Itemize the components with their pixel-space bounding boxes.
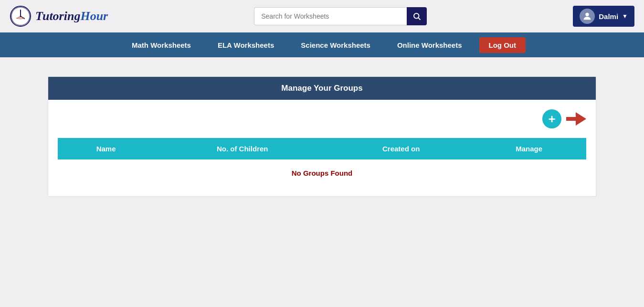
user-menu[interactable]: Dalmi ▼: [573, 6, 634, 27]
logo-clock-icon: [10, 5, 32, 27]
table-row-empty: No Groups Found: [58, 159, 586, 187]
search-area: [254, 7, 427, 25]
logo-tutoring: Tutoring: [35, 9, 80, 23]
no-groups-message: No Groups Found: [58, 159, 586, 187]
table-col-manage: Manage: [472, 138, 586, 159]
manage-groups-header: Manage Your Groups: [48, 77, 596, 100]
nav-item-science-worksheets[interactable]: Science Worksheets: [287, 32, 384, 57]
logout-button[interactable]: Log Out: [479, 37, 526, 53]
nav-item-math-worksheets[interactable]: Math Worksheets: [118, 32, 204, 57]
add-group-btn-area: +: [58, 109, 586, 128]
navbar: Math Worksheets ELA Worksheets Science W…: [0, 32, 644, 57]
table-col-created: Created on: [330, 138, 472, 159]
nav-item-ela-worksheets[interactable]: ELA Worksheets: [204, 32, 287, 57]
svg-line-6: [419, 18, 421, 20]
header: TutoringHour Dalmi ▼: [0, 0, 644, 32]
manage-groups-body: + Name No. of Children Created on Manage: [48, 100, 596, 196]
search-icon: [412, 12, 421, 21]
logo-text: TutoringHour: [35, 9, 108, 23]
arrow-shaft: [566, 117, 576, 121]
logo-hour: Hour: [80, 9, 108, 23]
svg-point-7: [586, 13, 589, 16]
manage-groups-container: Manage Your Groups + Name No. of Childre…: [48, 76, 596, 197]
avatar-icon: [582, 11, 592, 21]
arrow-indicator: [566, 112, 586, 126]
nav-item-online-worksheets[interactable]: Online Worksheets: [384, 32, 475, 57]
user-name-label: Dalmi: [599, 12, 618, 21]
search-input[interactable]: [254, 7, 407, 25]
svg-point-5: [414, 13, 419, 19]
user-dropdown-arrow-icon: ▼: [622, 13, 628, 20]
groups-table: Name No. of Children Created on Manage N…: [58, 138, 586, 187]
main-content: Manage Your Groups + Name No. of Childre…: [0, 57, 644, 216]
user-avatar-icon: [580, 9, 595, 24]
add-group-button[interactable]: +: [542, 109, 561, 128]
table-header: Name No. of Children Created on Manage: [58, 138, 586, 159]
svg-point-4: [20, 16, 21, 17]
arrow-right-icon: [576, 112, 586, 126]
table-body: No Groups Found: [58, 159, 586, 187]
search-button[interactable]: [407, 7, 427, 25]
logo: TutoringHour: [10, 5, 108, 27]
table-col-name: Name: [58, 138, 154, 159]
table-col-children: No. of Children: [154, 138, 330, 159]
